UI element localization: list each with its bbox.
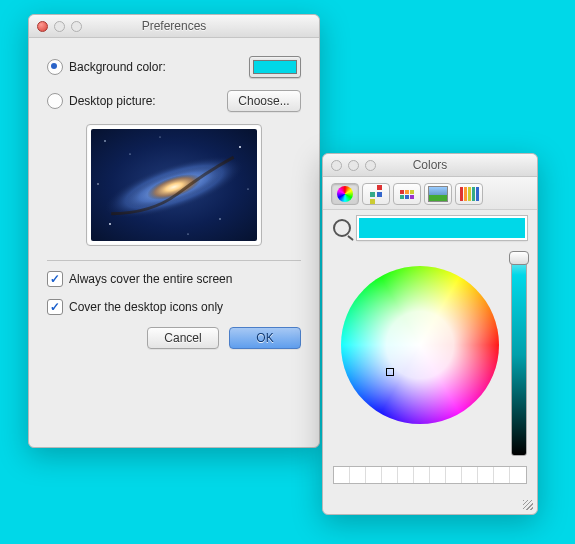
magnifier-icon[interactable] bbox=[333, 219, 351, 237]
svg-point-1 bbox=[104, 140, 106, 142]
sliders-tab[interactable] bbox=[362, 183, 390, 205]
ok-button[interactable]: OK bbox=[229, 327, 301, 349]
desktop-picture-preview[interactable] bbox=[86, 124, 262, 246]
svg-point-2 bbox=[129, 153, 130, 154]
color-mode-toolbar bbox=[323, 177, 537, 210]
crayons-tab[interactable] bbox=[455, 183, 483, 205]
desktop-picture-radio[interactable] bbox=[47, 93, 63, 109]
cancel-button-label: Cancel bbox=[164, 331, 201, 345]
color-sliders-icon bbox=[370, 185, 382, 204]
color-picker-cursor[interactable] bbox=[386, 368, 394, 376]
svg-point-9 bbox=[187, 233, 188, 234]
colors-title: Colors bbox=[323, 158, 537, 172]
svg-point-8 bbox=[97, 183, 98, 184]
svg-point-5 bbox=[109, 223, 111, 225]
choose-button-label: Choose... bbox=[238, 94, 289, 108]
image-palettes-icon bbox=[428, 186, 448, 202]
svg-point-4 bbox=[219, 218, 220, 219]
colors-titlebar[interactable]: Colors bbox=[323, 154, 537, 177]
crayons-icon bbox=[460, 187, 479, 201]
always-cover-label: Always cover the entire screen bbox=[69, 272, 232, 286]
ok-button-label: OK bbox=[256, 331, 273, 345]
brightness-knob[interactable] bbox=[509, 251, 529, 265]
choose-button[interactable]: Choose... bbox=[227, 90, 301, 112]
wheel-tab[interactable] bbox=[331, 183, 359, 205]
svg-point-3 bbox=[239, 146, 241, 148]
preferences-window: Preferences Background color: Desktop pi… bbox=[28, 14, 320, 448]
galaxy-image bbox=[91, 129, 257, 241]
image-tab[interactable] bbox=[424, 183, 452, 205]
preferences-titlebar[interactable]: Preferences bbox=[29, 15, 319, 38]
saved-swatches[interactable] bbox=[333, 466, 527, 484]
current-color-swatch[interactable] bbox=[357, 216, 527, 240]
brightness-slider[interactable] bbox=[511, 254, 527, 456]
color-wheel-icon bbox=[337, 186, 353, 202]
background-color-label: Background color: bbox=[69, 60, 166, 74]
svg-point-7 bbox=[247, 188, 248, 189]
svg-point-6 bbox=[160, 137, 161, 138]
background-color-well[interactable] bbox=[249, 56, 301, 78]
cover-icons-checkbox[interactable] bbox=[47, 299, 63, 315]
palettes-tab[interactable] bbox=[393, 183, 421, 205]
cover-icons-label: Cover the desktop icons only bbox=[69, 300, 223, 314]
cancel-button[interactable]: Cancel bbox=[147, 327, 219, 349]
background-color-swatch bbox=[253, 60, 297, 74]
color-wheel[interactable] bbox=[341, 266, 499, 424]
desktop-picture-label: Desktop picture: bbox=[69, 94, 156, 108]
separator bbox=[47, 260, 301, 261]
preferences-title: Preferences bbox=[29, 19, 319, 33]
always-cover-checkbox[interactable] bbox=[47, 271, 63, 287]
resize-handle[interactable] bbox=[523, 500, 533, 510]
background-color-radio[interactable] bbox=[47, 59, 63, 75]
colors-window: Colors bbox=[322, 153, 538, 515]
color-palettes-icon bbox=[400, 190, 414, 199]
